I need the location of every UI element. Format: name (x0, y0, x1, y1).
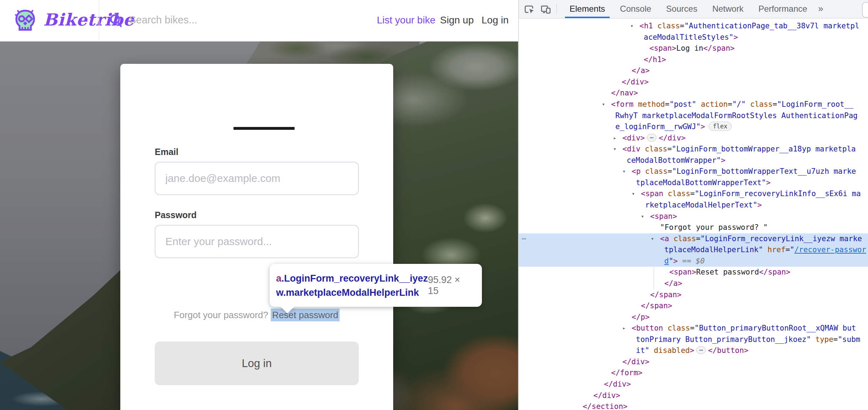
code-line[interactable]: RwhyT marketplaceModalFormRootStyles Aut… (519, 110, 868, 122)
code-token: method (638, 100, 665, 109)
code-token: <span> (649, 44, 676, 52)
search-input[interactable]: Search bikes... (129, 0, 197, 41)
code-line[interactable]: <span>Log in</span> (519, 43, 868, 54)
code-line[interactable]: <span>Reset password</span> (519, 267, 868, 278)
tab-sources[interactable]: Sources (659, 0, 705, 18)
code-line[interactable]: ▾<span class="LoginForm_recoveryLinkInfo… (519, 188, 868, 200)
code-token: </p> (632, 313, 650, 321)
code-line[interactable]: </h1> (519, 54, 868, 66)
code-token: </div> (604, 380, 631, 388)
expand-arrow-open-icon[interactable]: ▾ (602, 99, 605, 110)
flex-badge[interactable]: flex (709, 122, 732, 131)
inspect-element-icon[interactable] (524, 4, 535, 15)
code-token: <a (660, 234, 674, 243)
collapsed-content-dots[interactable]: ⋯ (696, 346, 706, 354)
code-line[interactable]: </form> (519, 367, 868, 379)
password-field[interactable] (155, 225, 359, 258)
email-field[interactable] (155, 162, 359, 195)
code-token: <div (622, 145, 645, 153)
code-token: "LoginForm_recoveryLink__iyezw marke (701, 234, 862, 243)
code-token: action (701, 100, 728, 109)
clipped-toolbar-button[interactable] (862, 2, 868, 18)
device-toolbar-icon[interactable] (540, 4, 551, 15)
code-token: </section> (583, 402, 627, 410)
email-label: Email (155, 147, 178, 157)
tab-elements[interactable]: Elements (562, 0, 612, 18)
search-icon[interactable] (109, 13, 123, 28)
code-line[interactable]: ▾<form method="post" action="/" class="L… (519, 99, 868, 110)
code-line[interactable]: </div> (519, 379, 868, 390)
code-line[interactable]: e_loginForm__rwGWJ">flex (519, 121, 868, 133)
expand-arrow-open-icon[interactable]: ▾ (632, 188, 635, 200)
code-token: type (815, 335, 834, 344)
code-line[interactable]: </a> (519, 278, 868, 289)
code-line[interactable]: aceModalTitleStyles"> (519, 32, 868, 43)
code-line[interactable]: ceModalBottomWrapper"> (519, 155, 868, 166)
code-line[interactable]: </nav> (519, 88, 868, 99)
code-token: = (690, 189, 695, 198)
code-line[interactable]: rketplaceModalHelperText"> (519, 200, 868, 211)
nav-link-list-your-bike[interactable]: List your bike (377, 0, 435, 41)
code-token: aceModalTitleStyles" (644, 33, 734, 41)
code-line[interactable]: tplaceModalBottomWrapperText"> (519, 177, 868, 189)
code-line[interactable]: ▾<div class="LoginForm_bottomWrapper__a1… (519, 144, 868, 155)
tooltip-tag-name: a (276, 273, 281, 284)
code-token: class (645, 145, 667, 153)
tab-network[interactable]: Network (705, 0, 751, 18)
code-line[interactable]: </span> (519, 300, 868, 312)
code-token: <p (632, 167, 645, 176)
code-line[interactable]: ▸<div>⋯</div> (519, 133, 868, 144)
expand-arrow-open-icon[interactable]: ▾ (630, 21, 633, 32)
forgot-password-line: Forgot your password? Reset password (120, 310, 393, 321)
code-token: = (665, 100, 670, 109)
code-token: <span> (669, 268, 696, 276)
code-line[interactable]: </div> (519, 77, 868, 88)
tab-console[interactable]: Console (612, 0, 659, 18)
code-line[interactable]: ⋯▾<a class="LoginForm_recoveryLink__iyez… (519, 233, 868, 245)
code-token: = (833, 335, 838, 344)
code-line[interactable]: </span> (519, 289, 868, 301)
code-line[interactable]: </div> (519, 356, 868, 368)
expand-arrow-open-icon[interactable]: ▾ (622, 166, 626, 177)
code-token: it" (636, 346, 654, 355)
log-in-submit-button[interactable]: Log in (155, 342, 359, 385)
code-token: = (696, 234, 701, 243)
code-line[interactable]: </div> (519, 390, 868, 401)
code-token: </span> (703, 44, 735, 52)
code-token: = (668, 167, 672, 176)
code-token: "LoginForm_bottomWrapperText__u7uzh mark… (672, 167, 856, 176)
reset-password-link[interactable]: Reset password (271, 309, 340, 321)
collapsed-content-dots[interactable]: ⋯ (647, 134, 657, 142)
code-token: > (766, 178, 771, 187)
expand-arrow-closed-icon[interactable]: ▸ (622, 323, 626, 334)
code-line[interactable]: ▾<h1 class="AuthenticationPage_tab__38v7… (519, 21, 868, 32)
expand-arrow-open-icon[interactable]: ▾ (613, 144, 616, 155)
tab-performance[interactable]: Performance (751, 0, 814, 18)
code-line[interactable]: it" disabled>⋯</button> (519, 345, 868, 356)
code-token: == $0 (678, 257, 705, 265)
code-line[interactable]: </p> (519, 312, 868, 323)
code-line[interactable]: ▾<p class="LoginForm_bottomWrapperText__… (519, 166, 868, 177)
expand-arrow-open-icon[interactable]: ▾ (651, 233, 654, 245)
code-line[interactable]: </a> (519, 65, 868, 77)
row-overflow-dots[interactable]: ⋯ (522, 233, 527, 245)
code-line[interactable]: tonPrimary Button_primaryButton__jkoez" … (519, 334, 868, 345)
code-line[interactable]: ▸<button class="Button_primaryButtonRoot… (519, 323, 868, 334)
code-token: > (690, 346, 694, 355)
code-token: class (674, 234, 696, 243)
code-line[interactable]: d"> == $0 (519, 256, 868, 267)
code-token: </div> (659, 134, 686, 142)
expand-arrow-open-icon[interactable]: ▾ (641, 211, 644, 222)
more-tabs-chevron-icon[interactable]: » (815, 0, 827, 18)
code-line[interactable]: </section> (519, 401, 868, 410)
code-line[interactable]: "Forgot your password? " (519, 222, 868, 233)
code-token: class (658, 22, 680, 30)
code-token: <span> (650, 212, 677, 221)
code-line[interactable]: ▾<span> (519, 211, 868, 222)
nav-link-sign-up[interactable]: Sign up (440, 0, 474, 41)
expand-arrow-closed-icon[interactable]: ▸ (613, 133, 616, 144)
nav-link-log-in[interactable]: Log in (482, 0, 509, 41)
code-token: /recover-passwor (795, 245, 866, 254)
biketribe-skull-logo-icon[interactable] (13, 8, 38, 33)
code-line[interactable]: tplaceModalHelperLink" href="/recover-pa… (519, 244, 868, 256)
